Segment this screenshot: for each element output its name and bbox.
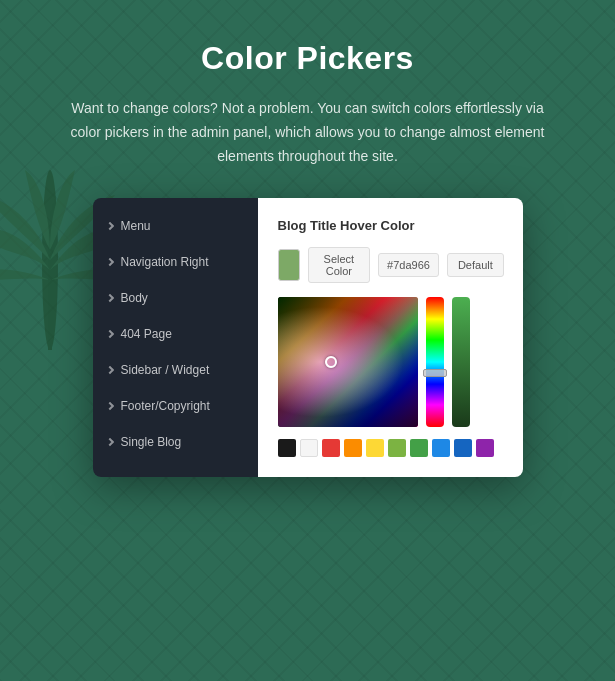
color-swatch bbox=[278, 249, 300, 281]
chevron-right-icon bbox=[105, 438, 113, 446]
swatch-black[interactable] bbox=[278, 439, 296, 457]
chevron-right-icon bbox=[105, 330, 113, 338]
sidebar-item-single-blog[interactable]: Single Blog bbox=[93, 424, 258, 460]
swatch-dark-blue[interactable] bbox=[454, 439, 472, 457]
sidebar-item-body[interactable]: Body bbox=[93, 280, 258, 316]
default-button[interactable]: Default bbox=[447, 253, 504, 277]
hex-value: #7da966 bbox=[378, 253, 439, 277]
color-swatches-row bbox=[278, 439, 504, 457]
swatch-yellow[interactable] bbox=[366, 439, 384, 457]
swatch-purple[interactable] bbox=[476, 439, 494, 457]
hue-handle bbox=[423, 369, 447, 377]
chevron-right-icon bbox=[105, 258, 113, 266]
swatch-light-green[interactable] bbox=[388, 439, 406, 457]
swatch-blue[interactable] bbox=[432, 439, 450, 457]
sidebar-item-404-page[interactable]: 404 Page bbox=[93, 316, 258, 352]
chevron-right-icon bbox=[105, 402, 113, 410]
gradient-picker[interactable] bbox=[278, 297, 418, 427]
page-description: Want to change colors? Not a problem. Yo… bbox=[68, 97, 548, 168]
gradient-complex bbox=[278, 297, 418, 427]
swatch-green[interactable] bbox=[410, 439, 428, 457]
sidebar-item-sidebar-widget[interactable]: Sidebar / Widget bbox=[93, 352, 258, 388]
main-panel: Blog Title Hover Color Select Color #7da… bbox=[258, 198, 523, 477]
chevron-right-icon bbox=[105, 222, 113, 230]
panel-container: Menu Navigation Right Body 404 Page Side… bbox=[93, 198, 523, 477]
sidebar-item-navigation-right[interactable]: Navigation Right bbox=[93, 244, 258, 280]
page-title: Color Pickers bbox=[201, 40, 414, 77]
chevron-right-icon bbox=[105, 294, 113, 302]
sidebar-item-footer-copyright[interactable]: Footer/Copyright bbox=[93, 388, 258, 424]
color-picker-area bbox=[278, 297, 504, 427]
swatch-white[interactable] bbox=[300, 439, 318, 457]
picker-cursor bbox=[325, 356, 337, 368]
select-color-button[interactable]: Select Color bbox=[308, 247, 370, 283]
content-wrapper: Color Pickers Want to change colors? Not… bbox=[0, 0, 615, 497]
hue-slider[interactable] bbox=[426, 297, 444, 427]
sidebar-item-menu[interactable]: Menu bbox=[93, 208, 258, 244]
green-bar[interactable] bbox=[452, 297, 470, 427]
swatch-red[interactable] bbox=[322, 439, 340, 457]
section-title: Blog Title Hover Color bbox=[278, 218, 504, 233]
sidebar: Menu Navigation Right Body 404 Page Side… bbox=[93, 198, 258, 477]
color-select-row: Select Color #7da966 Default bbox=[278, 247, 504, 283]
swatch-orange[interactable] bbox=[344, 439, 362, 457]
chevron-right-icon bbox=[105, 366, 113, 374]
